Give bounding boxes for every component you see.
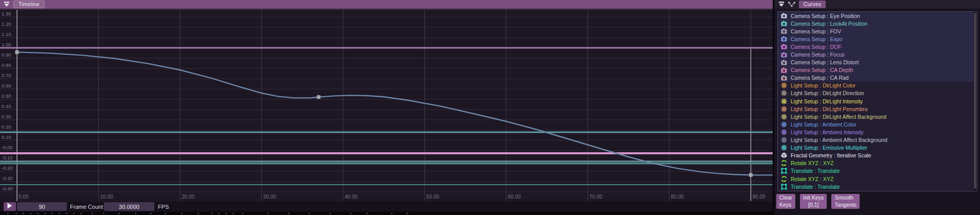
tab-curves[interactable]: Curves xyxy=(799,1,826,8)
camera-icon xyxy=(780,35,787,42)
tick-mark xyxy=(30,213,31,214)
curve-item-label: Light Setup : DirLight Color xyxy=(791,82,856,88)
camera-icon xyxy=(780,75,787,81)
timeline-controls: 90 Frame Count 30.0000 FPS xyxy=(0,202,773,212)
collapse-icon[interactable] xyxy=(4,0,10,9)
init-keys-button[interactable]: Init Keys [0,1] xyxy=(800,194,827,209)
curve-item[interactable]: Fractal Geometry : Iterative Scale xyxy=(778,152,977,159)
camera-icon xyxy=(780,20,787,27)
camera-icon xyxy=(780,28,787,34)
svg-text:0.60: 0.60 xyxy=(2,83,11,88)
curve-graph[interactable]: 1.301.201.101.000.900.800.700.600.500.40… xyxy=(0,9,773,202)
svg-text:0.50: 0.50 xyxy=(2,93,11,99)
play-button[interactable] xyxy=(4,202,16,211)
tick-mark xyxy=(366,213,368,214)
curve-item[interactable]: Translate : Translate xyxy=(778,167,977,175)
curve-item[interactable]: Light Setup : Ambient Color xyxy=(778,120,977,128)
curve-item-label: Rotate XYZ : XYZ xyxy=(791,176,833,182)
fps-label: FPS xyxy=(158,202,169,211)
svg-text:0.30: 0.30 xyxy=(2,114,11,119)
curve-item[interactable]: Camera Setup : Focus xyxy=(778,50,977,58)
curve-item-label: Light Setup : Ambient Intensity xyxy=(791,129,864,135)
curve-item-label: Camera Setup : Eye Position xyxy=(791,13,860,19)
tick-mark xyxy=(135,213,136,214)
frame-count-input[interactable]: 90 xyxy=(17,202,67,211)
curve-item-label: Fractal Geometry : Iterative Scale xyxy=(791,152,871,158)
curve-item[interactable]: Camera Setup : Lens Distort xyxy=(778,59,977,66)
fps-input[interactable]: 30.0000 xyxy=(104,202,154,211)
curve-item[interactable]: Light Setup : DirLight Direction xyxy=(778,89,977,97)
camera-icon xyxy=(780,67,787,74)
curve-item[interactable]: Light Setup : DirLight Penumbra xyxy=(778,105,977,113)
curve-item-label: Light Setup : Emissive Multiplier xyxy=(791,145,867,151)
tick-mark xyxy=(80,213,82,214)
smooth-tangents-button[interactable]: Smooth Tangents xyxy=(831,194,860,209)
scrollbar[interactable] xyxy=(973,12,977,191)
svg-text:-0.10: -0.10 xyxy=(2,155,13,160)
svg-text:10.00: 10.00 xyxy=(100,194,113,200)
curve-item[interactable]: Camera Setup : LookAt Position xyxy=(778,20,977,27)
smooth-tangents-label-2: Tangents xyxy=(834,202,857,208)
camera-icon xyxy=(780,43,787,50)
svg-text:90.00: 90.00 xyxy=(753,194,765,200)
curves-panel: Curves Camera Setup : Eye PositionCamera… xyxy=(774,0,980,215)
curve-list: Camera Setup : Eye PositionCamera Setup … xyxy=(777,11,977,191)
scrollbar-thumb[interactable] xyxy=(974,13,976,189)
curve-item-label: Camera Setup : CA Depth xyxy=(791,67,853,73)
clear-keys-button[interactable]: Clear Keys xyxy=(776,194,795,209)
curve-item-label: Camera Setup : Expo xyxy=(791,36,842,42)
svg-text:80.00: 80.00 xyxy=(671,194,684,200)
tick-mark xyxy=(37,213,39,214)
tick-mark xyxy=(103,213,104,214)
curve-item[interactable]: Light Setup : DirLight Intensity xyxy=(778,97,977,105)
curve-item[interactable]: Camera Setup : Eye Position xyxy=(778,12,977,20)
tick-mark xyxy=(15,213,17,214)
frame-count-label: Frame Count xyxy=(70,202,103,211)
sun-icon xyxy=(780,145,787,151)
curve-item-label: Light Setup : DirLight Penumbra xyxy=(791,106,867,112)
tick-mark xyxy=(288,213,290,214)
curve-item[interactable]: Camera Setup : DOF xyxy=(778,43,977,50)
tick-mark xyxy=(66,213,67,214)
curve-item[interactable]: Light Setup : Ambient Affect Background xyxy=(778,136,977,144)
curve-item[interactable]: Camera Setup : CA Depth xyxy=(778,66,977,74)
curve-item[interactable]: Rotate XYZ : XYZ xyxy=(778,159,977,167)
curve-item[interactable]: Translate : Translate xyxy=(778,183,977,190)
tick-mark xyxy=(309,213,310,214)
curve-item[interactable]: Camera Setup : FOV xyxy=(778,27,977,35)
svg-text:-0.40: -0.40 xyxy=(2,186,13,191)
svg-text:50.00: 50.00 xyxy=(426,194,439,200)
curve-item[interactable]: Camera Setup : CA Rad xyxy=(778,74,977,82)
sun-icon xyxy=(780,98,787,104)
svg-text:0.00: 0.00 xyxy=(19,194,29,200)
tick-mark xyxy=(150,213,152,214)
curve-item[interactable]: Light Setup : DirLight Affect Background xyxy=(778,113,977,120)
tab-timeline[interactable]: Timeline xyxy=(13,1,45,8)
tick-mark xyxy=(225,213,227,214)
tick-mark xyxy=(7,213,9,214)
sun-icon xyxy=(780,90,787,97)
curve-item-label: Light Setup : Ambient Color xyxy=(791,121,857,128)
cube-icon xyxy=(780,152,787,159)
camera-icon xyxy=(780,51,787,58)
timeline-plot[interactable]: 1.301.201.101.000.900.800.700.600.500.40… xyxy=(0,9,773,202)
tick-mark xyxy=(118,213,120,214)
curve-item-label: Camera Setup : LookAt Position xyxy=(791,21,867,27)
tick-mark xyxy=(218,213,220,214)
curve-item[interactable]: Rotate XYZ : XYZ xyxy=(778,175,977,183)
sun-icon xyxy=(780,82,787,89)
tick-mark xyxy=(211,213,212,214)
curve-item[interactable]: Light Setup : Ambient Intensity xyxy=(778,128,977,136)
collapse-icon[interactable] xyxy=(778,0,785,9)
svg-text:20.00: 20.00 xyxy=(182,194,194,200)
svg-text:70.00: 70.00 xyxy=(590,194,602,200)
curve-item-label: Camera Setup : CA Rad xyxy=(791,75,849,81)
curve-item[interactable]: Camera Setup : Expo xyxy=(778,35,977,43)
svg-text:1.30: 1.30 xyxy=(2,11,11,16)
tab-timeline-label: Timeline xyxy=(19,1,40,8)
svg-text:1.20: 1.20 xyxy=(2,21,11,27)
svg-text:-0.20: -0.20 xyxy=(2,165,13,171)
tick-mark xyxy=(59,213,60,214)
curve-item[interactable]: Light Setup : DirLight Color xyxy=(778,82,977,89)
curve-item[interactable]: Light Setup : Emissive Multiplier xyxy=(778,144,977,152)
